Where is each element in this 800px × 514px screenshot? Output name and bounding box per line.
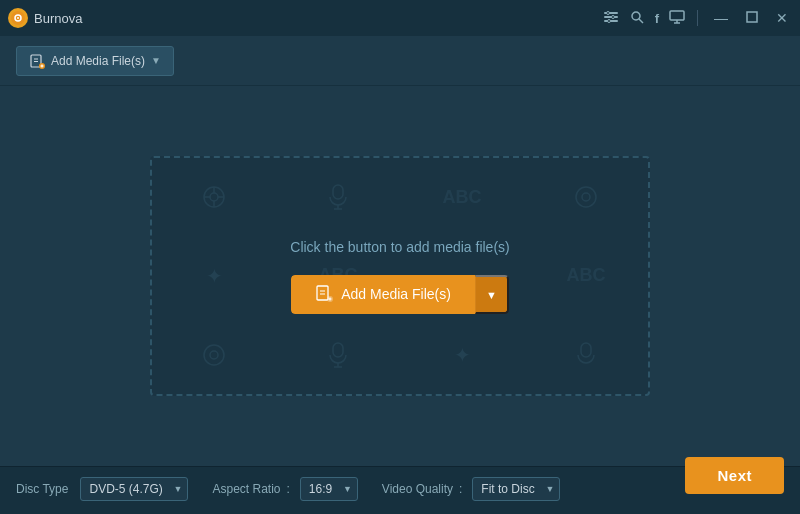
disc-type-label: Disc Type: [16, 482, 68, 496]
wm-abc-1: ABC: [400, 158, 524, 237]
next-button[interactable]: Next: [685, 457, 784, 494]
facebook-icon[interactable]: f: [655, 11, 659, 26]
video-quality-field: Video Quality : Fit to Disc High Medium …: [382, 477, 561, 501]
add-media-center-label: Add Media File(s): [341, 286, 451, 302]
title-left: Burnova: [8, 8, 82, 28]
svg-point-7: [611, 15, 614, 18]
svg-point-30: [576, 187, 596, 207]
aspect-ratio-label: Aspect Ratio: [212, 482, 280, 496]
search-icon[interactable]: [629, 9, 645, 28]
svg-point-32: [204, 345, 224, 365]
wm-film-2: [524, 158, 648, 237]
settings-icon[interactable]: [603, 9, 619, 28]
svg-rect-14: [747, 12, 757, 22]
footer-top: Disc Type DVD-5 (4.7G) DVD-9 (8.5G) BD-2…: [16, 477, 784, 501]
wm-mic-1: [276, 158, 400, 237]
svg-point-8: [607, 19, 610, 22]
svg-rect-27: [333, 185, 343, 199]
wm-film-3: [152, 315, 276, 394]
toolbar-dropdown-arrow: ▼: [151, 55, 161, 66]
svg-rect-38: [317, 286, 328, 300]
add-media-center-group: Add Media File(s) ▼: [291, 275, 509, 314]
quality-colon: :: [459, 482, 462, 496]
wm-abc-3: ABC: [524, 237, 648, 316]
minimize-button[interactable]: —: [710, 10, 732, 26]
wm-star-2: ✦: [400, 315, 524, 394]
add-media-toolbar-label: Add Media File(s): [51, 54, 145, 68]
monitor-icon[interactable]: [669, 9, 685, 28]
svg-point-6: [606, 11, 609, 14]
svg-point-21: [204, 187, 224, 207]
drop-zone: ABC ✦ ABC ABC ✦ Click the button to add …: [150, 156, 650, 396]
center-dropdown-arrow: ▼: [486, 289, 497, 301]
disc-type-select[interactable]: DVD-5 (4.7G) DVD-9 (8.5G) BD-25 BD-50: [80, 477, 188, 501]
aspect-ratio-select[interactable]: 16:9 4:3: [300, 477, 358, 501]
app-name: Burnova: [34, 11, 82, 26]
aspect-ratio-field: Aspect Ratio : 16:9 4:3: [212, 477, 357, 501]
drop-hint-text: Click the button to add media file(s): [290, 239, 509, 255]
toolbar: Add Media File(s) ▼: [0, 36, 800, 86]
svg-rect-34: [333, 343, 343, 357]
svg-point-2: [17, 17, 19, 19]
disc-type-field: Disc Type DVD-5 (4.7G) DVD-9 (8.5G) BD-2…: [16, 477, 188, 501]
add-media-center-button[interactable]: Add Media File(s): [291, 275, 475, 314]
title-bar: Burnova f: [0, 0, 800, 36]
svg-point-31: [582, 193, 590, 201]
svg-rect-37: [581, 343, 591, 357]
aspect-colon: :: [287, 482, 290, 496]
video-quality-select-wrapper: Fit to Disc High Medium Low: [472, 477, 560, 501]
app-icon: [8, 8, 28, 28]
close-button[interactable]: ✕: [772, 10, 792, 26]
wm-mic-2: [276, 315, 400, 394]
aspect-ratio-select-wrapper: 16:9 4:3: [300, 477, 358, 501]
svg-point-9: [632, 12, 640, 20]
title-controls: f — ✕: [603, 9, 792, 28]
footer: Disc Type DVD-5 (4.7G) DVD-9 (8.5G) BD-2…: [0, 466, 800, 514]
svg-line-10: [639, 19, 643, 23]
svg-point-22: [210, 193, 218, 201]
video-quality-label: Video Quality: [382, 482, 453, 496]
video-quality-select[interactable]: Fit to Disc High Medium Low: [472, 477, 560, 501]
add-media-toolbar-button[interactable]: Add Media File(s) ▼: [16, 46, 174, 76]
svg-point-33: [210, 351, 218, 359]
wm-film-1: [152, 158, 276, 237]
wm-mic-3: [524, 315, 648, 394]
wm-star-1: ✦: [152, 237, 276, 316]
divider: [697, 10, 698, 26]
maximize-button[interactable]: [742, 10, 762, 26]
svg-rect-11: [670, 11, 684, 20]
add-media-dropdown-button[interactable]: ▼: [475, 275, 509, 314]
disc-type-select-wrapper: DVD-5 (4.7G) DVD-9 (8.5G) BD-25 BD-50: [80, 477, 188, 501]
main-content: ABC ✦ ABC ABC ✦ Click the button to add …: [0, 86, 800, 466]
